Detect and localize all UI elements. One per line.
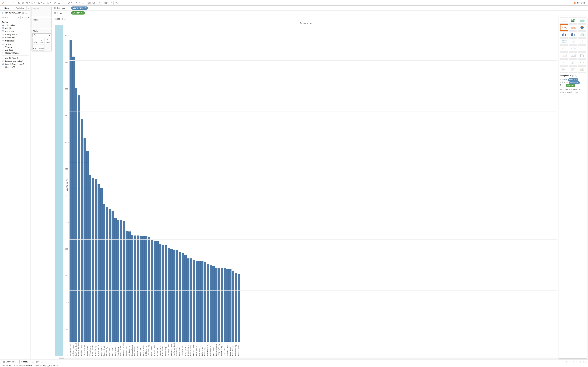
- back-button[interactable]: [7, 1, 11, 5]
- showme-thumb[interactable]: [578, 17, 586, 24]
- bar[interactable]: [69, 40, 72, 342]
- marks-detail[interactable]: Detail: [32, 44, 38, 50]
- field-item[interactable]: County Name: [1, 33, 29, 36]
- prev-icon[interactable]: [569, 361, 571, 363]
- field-item[interactable]: Latitude (generated): [1, 59, 29, 63]
- dropdown-caret-icon[interactable]: ▼: [50, 2, 51, 3]
- swap-button[interactable]: [53, 1, 57, 5]
- bar[interactable]: [238, 274, 240, 342]
- new-datasource-button[interactable]: [21, 1, 25, 5]
- bar[interactable]: [232, 271, 234, 342]
- showme-thumb[interactable]: [560, 38, 568, 45]
- autosave-button[interactable]: [25, 1, 29, 5]
- show-cards-button[interactable]: [103, 1, 108, 5]
- bar[interactable]: [120, 220, 122, 342]
- view-as-button[interactable]: [25, 16, 28, 19]
- share-button[interactable]: [114, 1, 118, 5]
- last-icon[interactable]: [575, 361, 578, 363]
- filmstrip-icon[interactable]: [582, 361, 584, 363]
- dropdown-caret-icon[interactable]: ▼: [41, 2, 42, 3]
- field-item[interactable]: #city_01 (Count): [1, 57, 29, 59]
- refresh-button[interactable]: [30, 1, 34, 5]
- showme-thumb[interactable]: [569, 59, 577, 66]
- pin-button[interactable]: [82, 1, 86, 5]
- showme-thumb[interactable]: [560, 17, 568, 24]
- bar[interactable]: [92, 178, 94, 342]
- field-item[interactable]: AbcVersion: [1, 46, 29, 48]
- bar[interactable]: [173, 250, 175, 342]
- showme-thumb[interactable]: [569, 45, 577, 52]
- showme-thumb[interactable]: [569, 66, 577, 73]
- showme-button[interactable]: Show Me: [572, 1, 587, 5]
- bar[interactable]: [199, 261, 201, 342]
- showme-thumb[interactable]: [569, 52, 577, 59]
- bar[interactable]: [95, 179, 97, 342]
- y-axis[interactable]: Count of city_01 05010015020025030035040…: [63, 25, 69, 356]
- bar[interactable]: [78, 95, 80, 342]
- highlight-button[interactable]: [67, 1, 71, 5]
- bar[interactable]: [182, 253, 184, 342]
- field-item[interactable]: Abc__Metadata: [1, 24, 29, 27]
- showme-thumb[interactable]: [569, 24, 577, 31]
- bar[interactable]: [142, 236, 145, 342]
- columns-shelf[interactable]: Columns County Name: [53, 6, 588, 10]
- duplicate-button[interactable]: [42, 1, 46, 5]
- sort-asc-button[interactable]: [57, 1, 61, 5]
- first-icon[interactable]: [566, 361, 568, 363]
- bar[interactable]: [179, 252, 181, 342]
- forward-button[interactable]: [11, 1, 15, 5]
- bar[interactable]: [109, 209, 111, 342]
- bar[interactable]: [75, 88, 77, 342]
- sort-desc-button[interactable]: [61, 1, 66, 5]
- marks-color[interactable]: Color: [32, 38, 38, 44]
- bar[interactable]: [190, 259, 192, 342]
- tab-data[interactable]: Data: [0, 6, 13, 10]
- bar[interactable]: [103, 204, 105, 342]
- bar[interactable]: [184, 255, 187, 342]
- clear-button[interactable]: [46, 1, 50, 5]
- bar[interactable]: [137, 235, 139, 342]
- gridview-icon[interactable]: [579, 361, 581, 363]
- bar[interactable]: [226, 269, 229, 342]
- collapse-panel-button[interactable]: ‹: [26, 6, 30, 10]
- columns-pill-county[interactable]: County Name: [71, 7, 88, 10]
- bar[interactable]: [170, 249, 173, 342]
- dropdown-caret-icon[interactable]: ▼: [76, 2, 77, 3]
- showme-thumb[interactable]: [569, 31, 577, 38]
- bar[interactable]: [112, 211, 114, 342]
- next-icon[interactable]: [572, 361, 574, 363]
- bar[interactable]: [114, 218, 117, 342]
- bar[interactable]: [106, 207, 108, 342]
- dropdown-caret-icon[interactable]: ▼: [71, 2, 72, 3]
- horizontal-scrollbar[interactable]: [59, 358, 559, 359]
- dropdown-caret-icon[interactable]: ▼: [29, 2, 30, 3]
- field-item[interactable]: State Name: [1, 39, 29, 42]
- showme-thumb[interactable]: [560, 66, 568, 73]
- showme-thumb[interactable]: [560, 31, 568, 38]
- field-item[interactable]: State Code: [1, 36, 29, 39]
- showme-thumb[interactable]: [569, 38, 577, 45]
- group-button[interactable]: [72, 1, 76, 5]
- bar[interactable]: [207, 264, 209, 342]
- search-input[interactable]: [1, 16, 21, 19]
- showme-thumb[interactable]: [578, 45, 586, 52]
- showme-thumb[interactable]: +: [560, 59, 568, 66]
- field-item[interactable]: City Id: [1, 27, 29, 30]
- bar[interactable]: [215, 268, 217, 342]
- bar[interactable]: [117, 220, 119, 342]
- bar[interactable]: [140, 236, 142, 342]
- axis-highlight[interactable]: [55, 25, 63, 356]
- bar[interactable]: [210, 265, 212, 342]
- showme-thumb[interactable]: [578, 59, 586, 66]
- showme-thumb[interactable]: [578, 52, 586, 59]
- field-item[interactable]: AbcMeasure Names: [1, 51, 29, 54]
- showme-thumb[interactable]: [578, 66, 586, 73]
- showme-thumb[interactable]: [560, 24, 568, 31]
- bar[interactable]: [83, 138, 86, 342]
- dropdown-caret-icon[interactable]: ▼: [28, 17, 29, 18]
- bar[interactable]: [98, 184, 100, 342]
- bar[interactable]: [165, 245, 167, 342]
- tab-datasource[interactable]: Data Source: [1, 360, 18, 364]
- field-item[interactable]: Ts City: [1, 42, 29, 46]
- label-button[interactable]: T: [77, 1, 82, 5]
